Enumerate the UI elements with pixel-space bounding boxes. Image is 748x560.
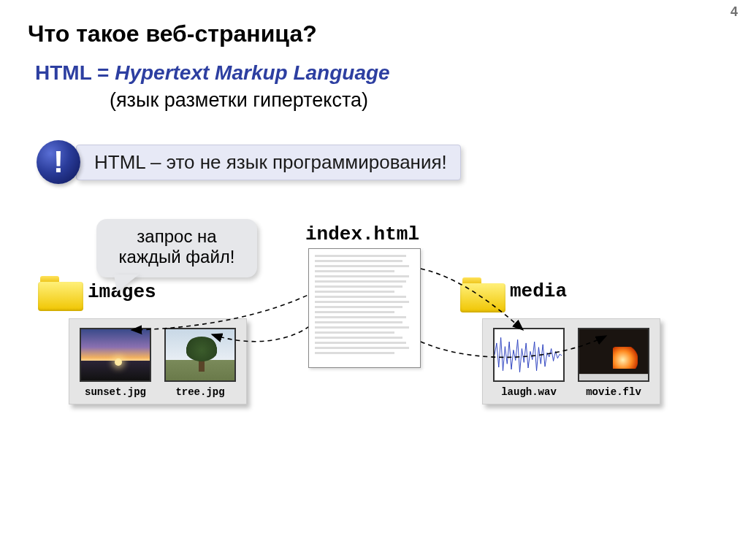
sunset-thumbnail xyxy=(80,328,151,382)
folder-icon xyxy=(460,277,505,312)
index-file-label: index.html xyxy=(305,223,419,245)
images-file-group: sunset.jpg tree.jpg xyxy=(69,318,247,404)
folder-icon xyxy=(38,276,83,311)
media-folder-label: media xyxy=(510,280,567,302)
movie-thumbnail xyxy=(578,328,649,382)
media-file-group: laugh.wav movie.flv xyxy=(482,318,660,404)
tree-thumbnail xyxy=(164,328,236,382)
file-item: tree.jpg xyxy=(164,328,236,398)
def-expansion: Hypertext Markup Language xyxy=(115,61,390,84)
callout-text: HTML – это не язык программирования! xyxy=(76,145,461,180)
def-prefix: HTML = xyxy=(35,61,115,84)
file-item: sunset.jpg xyxy=(80,328,151,398)
index-file-icon xyxy=(308,248,421,368)
page-number: 4 xyxy=(730,4,738,20)
file-caption: laugh.wav xyxy=(493,386,565,398)
file-item: laugh.wav xyxy=(493,328,565,398)
html-definition: HTML = Hypertext Markup Language xyxy=(35,61,390,85)
file-caption: sunset.jpg xyxy=(80,386,151,398)
exclamation-icon: ! xyxy=(37,140,80,184)
file-caption: movie.flv xyxy=(578,386,649,398)
callout: ! HTML – это не язык программирования! xyxy=(37,140,461,184)
file-caption: tree.jpg xyxy=(164,386,236,398)
waveform-thumbnail xyxy=(493,328,565,382)
slide-title: Что такое веб-страница? xyxy=(28,20,317,47)
file-item: movie.flv xyxy=(578,328,649,398)
html-translation: (язык разметки гипертекста) xyxy=(110,89,368,112)
speech-bubble: запрос на каждый файл! xyxy=(96,219,257,277)
